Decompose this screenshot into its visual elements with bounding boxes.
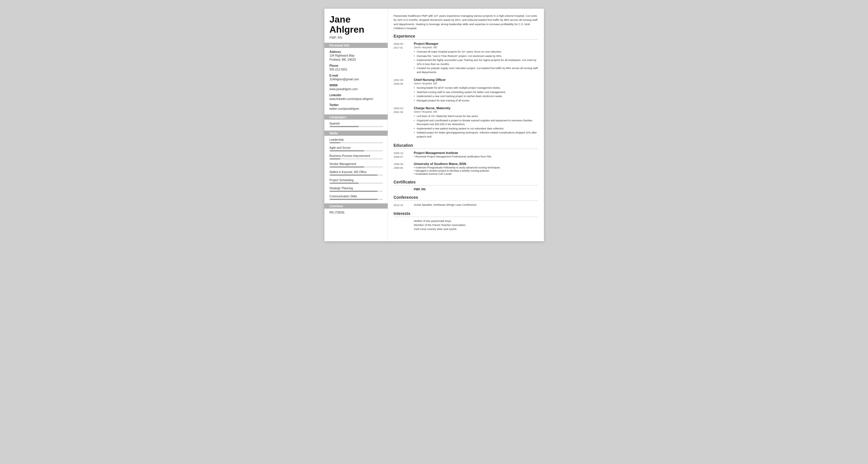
skill-bar-fill: [330, 199, 378, 200]
job-bullets: Nursing leader for all 87 nurses with mu…: [414, 86, 538, 102]
job-title: Charge Nurse, Maternity: [414, 106, 538, 110]
bullet-item: Implemented a new patient tracking syste…: [414, 127, 538, 131]
twitter-value: twitter.com/janeahlgren: [330, 107, 383, 111]
skills-list: Leadership Agile and Scrum Business Proc…: [330, 138, 383, 200]
skill-item: Communication Skills: [330, 195, 383, 200]
interest-item: Member of the Parent Teacher Association…: [414, 223, 538, 226]
person-name: Jane Ahlgren: [330, 14, 383, 35]
bullet-item: Initiated project for better gloving/gow…: [414, 131, 538, 139]
bullet-item: Created our popular supply room relocati…: [414, 66, 538, 74]
license-item: RN (73829): [330, 211, 383, 214]
cert-date: [394, 188, 414, 191]
languages-list: Spanish: [330, 122, 383, 127]
conferences-header: Conferences: [394, 195, 538, 201]
experience-item: 2006-05 -2017-01 Project Manager Seton H…: [394, 42, 538, 74]
skill-item: Vendor Management: [330, 162, 383, 167]
skill-name: Agile and Scrum: [330, 146, 383, 149]
interests-header: Interests: [394, 211, 538, 217]
skill-bar-bg: [330, 191, 383, 192]
conf-date: 2014-10: [394, 203, 414, 207]
education-item: 2008-10 -2008-07 Project Management Inst…: [394, 151, 538, 159]
skills-header: Skills: [324, 131, 388, 136]
exp-date: 2000-03 -2002-09: [394, 106, 414, 139]
credentials: PMP, RN: [330, 36, 383, 39]
skill-item: Project Scheduling: [330, 179, 383, 184]
skill-item: Leadership: [330, 138, 383, 143]
resume-wrapper: Jane Ahlgren PMP, RN Personal Info Addre…: [324, 9, 544, 241]
conferences-section: Conferences 2014-10 Guest Speaker, North…: [394, 195, 538, 207]
bullet-item: Implemented a new cost tracking project …: [414, 94, 538, 98]
edu-detail: • Managed a student project to develop a…: [414, 169, 538, 172]
certificates-header: Certificates: [394, 180, 538, 185]
job-company: Seton Hospital, ME: [414, 45, 538, 49]
sidebar: Jane Ahlgren PMP, RN Personal Info Addre…: [324, 9, 388, 241]
job-bullets: Led team of 15+ Maternity Ward nurses fo…: [414, 115, 538, 139]
exp-detail: Chief Nursing Officer Seton Hospital, ME…: [414, 78, 538, 103]
skill-item: Agile and Scrum: [330, 146, 383, 151]
conf-detail: Guest Speaker, Northeast Shingo Lean Con…: [414, 203, 538, 207]
main-content: Passionate healthcare PMP with 10+ years…: [388, 9, 544, 241]
skill-name: Strategic Planning: [330, 187, 383, 190]
bullet-item: Implemented the highly successful Lean T…: [414, 58, 538, 66]
edu-detail: • Andersen Postgraduate Fellowship to st…: [414, 166, 538, 169]
language-item: Spanish: [330, 122, 383, 127]
www-label: WWW: [330, 84, 383, 87]
interest-item: Mother of two passionate boys.: [414, 219, 538, 222]
bullet-item: Oversaw the "Just in Time Restock" proje…: [414, 54, 538, 58]
twitter-label: Twitter: [330, 103, 383, 106]
skill-name: Communication Skills: [330, 195, 383, 198]
skill-item: Skilled in Keynote, MS Office: [330, 171, 383, 176]
education-header: Education: [394, 143, 538, 149]
phone-label: Phone: [330, 64, 383, 67]
name-block: Jane Ahlgren PMP, RN: [330, 14, 383, 39]
skill-bar-bg: [330, 142, 383, 143]
language-name: Spanish: [330, 122, 383, 125]
skill-bar-fill: [330, 150, 364, 151]
experience-header: Experience: [394, 34, 538, 39]
skill-name: Leadership: [330, 138, 383, 141]
conferences-list: 2014-10 Guest Speaker, Northeast Shingo …: [394, 203, 538, 207]
exp-detail: Charge Nurse, Maternity Seton Hospital, …: [414, 106, 538, 139]
experience-item: 2000-03 -2002-09 Charge Nurse, Maternity…: [394, 106, 538, 139]
certificate-item: PMP, RN: [394, 188, 538, 191]
bullet-item: Led team of 15+ Maternity Ward nurses fo…: [414, 115, 538, 119]
skill-item: Business Process Improvement: [330, 154, 383, 159]
interests-detail: Mother of two passionate boys.Member of …: [414, 219, 538, 231]
skill-bar-bg: [330, 199, 383, 200]
conf-detail-text: Guest Speaker, Northeast Shingo Lean Con…: [414, 203, 538, 206]
edu-title: University of Southern Maine, BSN: [414, 162, 538, 165]
bullet-item: Nursing leader for all 87 nurses with mu…: [414, 86, 538, 90]
exp-date: 2002-09 -2006-05: [394, 78, 414, 103]
education-item: 1996-09 -1999-05 University of Southern …: [394, 162, 538, 176]
experience-item: 2002-09 -2006-05 Chief Nursing Officer S…: [394, 78, 538, 103]
edu-detail: • Graduated Summa Cum Laude: [414, 173, 538, 175]
edu-date: 2008-10 -2008-07: [394, 151, 414, 159]
bullet-item: Oversaw all major hospital projects for …: [414, 50, 538, 54]
job-title: Chief Nursing Officer: [414, 78, 538, 82]
interests-date: [394, 219, 414, 231]
cert-detail: PMP, RN: [414, 188, 538, 191]
edu-detail-col: Project Management Institute • Received …: [414, 151, 538, 159]
skill-bar-fill: [330, 175, 378, 176]
address-line2: Portland, ME, 04019: [330, 58, 383, 62]
edu-title: Project Management Institute: [414, 151, 538, 155]
linkedin-label: LinkedIn: [330, 94, 383, 97]
certificates-section: Certificates PMP, RN: [394, 180, 538, 191]
conference-item: 2014-10 Guest Speaker, Northeast Shingo …: [394, 203, 538, 207]
bullet-item: Organized and coordinated a project to d…: [414, 119, 538, 127]
bullet-item: Switched nursing staff to new scheduling…: [414, 90, 538, 94]
interest-item: Avid cross country skier and cyclist.: [414, 227, 538, 230]
education-section: Education 2008-10 -2008-07 Project Manag…: [394, 143, 538, 176]
edu-detail-col: University of Southern Maine, BSN • Ande…: [414, 162, 538, 176]
skill-bar-fill: [330, 183, 359, 184]
job-company: Seton Hospital, ME: [414, 110, 538, 113]
linkedin-value: www.linkedin.com/in/jane-ahlgren/: [330, 97, 383, 101]
skill-bar-fill: [330, 166, 364, 167]
skill-bar-fill: [330, 191, 378, 192]
summary-text: Passionate healthcare PMP with 10+ years…: [394, 14, 538, 30]
skill-name: Project Scheduling: [330, 179, 383, 182]
skill-bar-fill: [330, 158, 340, 159]
phone-value: 555-212-5551: [330, 68, 383, 72]
job-company: Seton Hospital, ME: [414, 82, 538, 85]
certificates-list: PMP, RN: [394, 188, 538, 191]
